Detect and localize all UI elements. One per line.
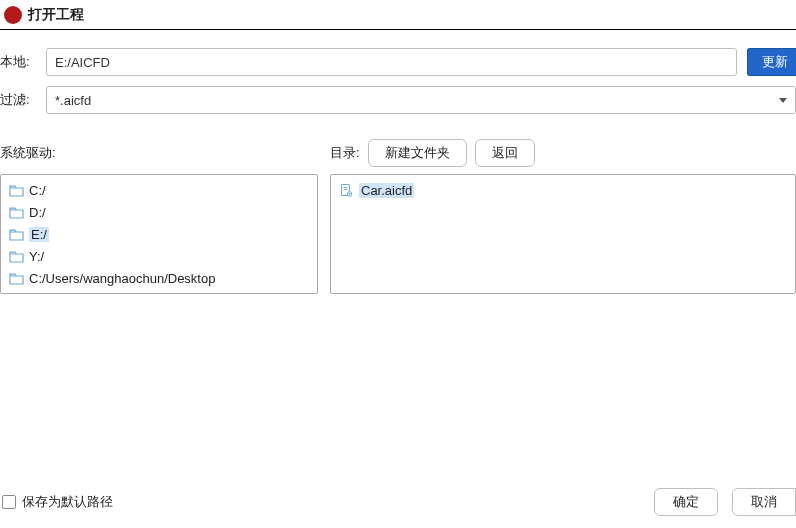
system-drives-column: 系统驱动: C:/D:/E:/Y:/C:/Users/wanghaochun/D…: [0, 138, 318, 294]
drive-item[interactable]: D:/: [1, 201, 317, 223]
directory-column: 目录: 新建文件夹 返回 Car.aicfd: [330, 138, 796, 294]
folder-icon: [9, 229, 23, 240]
system-drives-list[interactable]: C:/D:/E:/Y:/C:/Users/wanghaochun/Desktop: [0, 174, 318, 294]
back-label: 返回: [492, 144, 518, 162]
drive-item[interactable]: Y:/: [1, 245, 317, 267]
back-button[interactable]: 返回: [475, 139, 535, 167]
cancel-button[interactable]: 取消: [732, 488, 796, 516]
filter-combo[interactable]: *.aicfd: [46, 86, 796, 114]
folder-icon: [9, 185, 23, 196]
cancel-label: 取消: [751, 493, 777, 511]
directory-header: 目录: 新建文件夹 返回: [330, 138, 796, 168]
path-filter-section: 本地: E:/AICFD 更新 过滤: *.aicfd: [0, 30, 796, 114]
title-bar: 打开工程: [0, 0, 796, 30]
app-icon: [4, 6, 22, 24]
chevron-down-icon: [779, 98, 787, 103]
refresh-button[interactable]: 更新: [747, 48, 796, 76]
directory-label: 目录:: [330, 144, 360, 162]
folder-icon: [9, 273, 23, 284]
drive-item[interactable]: C:/: [1, 179, 317, 201]
file-item-label: Car.aicfd: [359, 183, 414, 198]
save-default-label: 保存为默认路径: [22, 493, 113, 511]
file-icon: [339, 183, 353, 197]
save-default-checkbox[interactable]: [2, 495, 16, 509]
local-path-row: 本地: E:/AICFD 更新: [0, 48, 796, 76]
drive-item-label: D:/: [29, 205, 46, 220]
footer-right: 确定 取消: [654, 488, 796, 516]
directory-list[interactable]: Car.aicfd: [330, 174, 796, 294]
folder-icon: [9, 207, 23, 218]
drive-item-label: C:/: [29, 183, 46, 198]
footer-left: 保存为默认路径: [0, 493, 113, 511]
ok-label: 确定: [673, 493, 699, 511]
drive-item[interactable]: C:/Users/wanghaochun/Desktop: [1, 267, 317, 289]
drive-item-label: Y:/: [29, 249, 44, 264]
filter-row: 过滤: *.aicfd: [0, 86, 796, 114]
new-folder-button[interactable]: 新建文件夹: [368, 139, 467, 167]
drive-item-label: C:/Users/wanghaochun/Desktop: [29, 271, 215, 286]
file-item[interactable]: Car.aicfd: [331, 179, 795, 201]
folder-icon: [9, 251, 23, 262]
refresh-button-label: 更新: [762, 53, 788, 71]
system-drives-header: 系统驱动:: [0, 138, 318, 168]
ok-button[interactable]: 确定: [654, 488, 718, 516]
dialog-body: 本地: E:/AICFD 更新 过滤: *.aicfd 系统驱动: C:/D:/…: [0, 30, 796, 294]
drive-item[interactable]: E:/: [1, 223, 317, 245]
dialog-footer: 保存为默认路径 确定 取消: [0, 476, 796, 528]
local-path-value: E:/AICFD: [55, 55, 110, 70]
window-title: 打开工程: [28, 6, 84, 24]
filter-label: 过滤:: [0, 91, 46, 109]
local-path-label: 本地:: [0, 53, 46, 71]
drive-item-label: E:/: [29, 227, 49, 242]
local-path-input[interactable]: E:/AICFD: [46, 48, 737, 76]
filter-value: *.aicfd: [55, 93, 91, 108]
browser-columns: 系统驱动: C:/D:/E:/Y:/C:/Users/wanghaochun/D…: [0, 138, 796, 294]
new-folder-label: 新建文件夹: [385, 144, 450, 162]
system-drives-label: 系统驱动:: [0, 144, 56, 162]
